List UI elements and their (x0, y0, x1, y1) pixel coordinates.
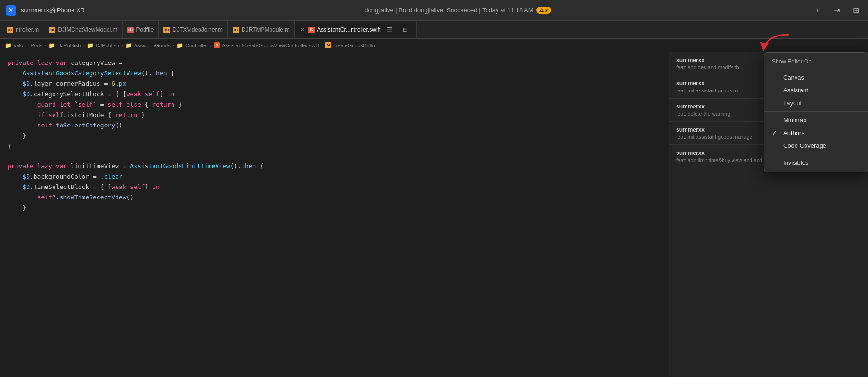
warning-badge[interactable]: ⚠ 2 (536, 7, 551, 14)
title-bar-right: + ⇥ ⊞ (805, 4, 862, 17)
split-view-button[interactable]: ⊞ (849, 4, 862, 17)
folder-icon: 📁 (176, 42, 183, 49)
dropdown-divider (764, 154, 868, 154)
breadcrumb-label: createGoodsButto (333, 43, 375, 48)
breadcrumb: 📁 velo...t Pods › 📁 DJPublish › 📁 DJPubl… (0, 39, 868, 52)
dropdown-label: Assistant (783, 87, 808, 94)
title-bar-center: dongjialive | Build dongjialive: Succeed… (110, 7, 805, 14)
breadcrumb-separator: › (45, 42, 46, 49)
tab-label: Podfile (136, 27, 154, 33)
dropdown-label: Code Coverage (783, 142, 826, 149)
dropdown-item-invisibles[interactable]: Invisibles (764, 156, 868, 169)
dropdown-item-assistant[interactable]: Assistant (764, 84, 868, 97)
code-line: AssistantGoodsCategorySelectView().then … (8, 68, 661, 79)
breadcrumb-item[interactable]: 📁 DJPublish (48, 42, 81, 49)
tab-djimchat[interactable]: m DJIMChatViewModel.m (44, 21, 122, 38)
breadcrumb-label: DJPublish (96, 43, 119, 48)
dropdown-divider (764, 69, 868, 69)
m-icon: M (325, 42, 331, 48)
breadcrumb-label: DJPublish (57, 43, 81, 48)
code-line: } (8, 141, 661, 152)
layout-button[interactable]: ⇥ (830, 4, 843, 17)
code-line: self?.showTimeSecectView() (8, 192, 661, 203)
dropdown-item-canvas[interactable]: Canvas (764, 71, 868, 84)
code-content: private lazy var categoryView = Assistan… (0, 52, 669, 219)
tab-icon-m: m (7, 27, 13, 33)
breadcrumb-item[interactable]: 📁 DJPublish (87, 42, 119, 49)
tab-label: AssistantCr...ntroller.swift (317, 27, 380, 33)
warning-icon: ⚠ (539, 7, 544, 13)
tab-djtxvideo[interactable]: m DJTXVideoJoiner.m (159, 21, 228, 38)
tab-icon-rb: rb (127, 27, 134, 33)
breadcrumb-separator: › (210, 42, 212, 49)
code-line: private lazy var limitTimeView = Assista… (8, 161, 661, 171)
swift-icon: S (214, 42, 220, 48)
folder-icon: 📁 (87, 42, 94, 49)
tab-podfile[interactable]: rb Podfile (123, 21, 159, 38)
title-bar-left: X summerxx的iPhone XR (6, 5, 110, 16)
folder-icon: 📁 (5, 42, 12, 49)
tab-label: DJTXVideoJoiner.m (172, 27, 223, 33)
breadcrumb-separator: › (172, 42, 174, 49)
show-editor-dropdown[interactable]: Show Editor On Canvas Assistant Layout M… (764, 52, 868, 172)
title-bar: X summerxx的iPhone XR dongjialive | Build… (0, 0, 868, 21)
breadcrumb-separator: › (121, 42, 123, 49)
tab-controller-m[interactable]: m ntroller.m (2, 21, 44, 38)
dropdown-item-authors[interactable]: ✓ Authors (764, 126, 868, 139)
code-line: $0.categorySelectBlock = { [weak self] i… (8, 89, 661, 99)
folder-icon: 📁 (125, 42, 132, 49)
build-info: dongjialive | Build dongjialive: Succeed… (364, 7, 533, 14)
code-line: $0.backgroundColor = .clear (8, 171, 661, 182)
breadcrumb-label: velo...t Pods (14, 43, 43, 48)
dropdown-label: Canvas (783, 74, 804, 81)
code-line: private lazy var categoryView = (8, 58, 661, 68)
code-line: $0.timeSelectBlock = { [weak self] in (8, 182, 661, 192)
device-name: summerxx的iPhone XR (21, 6, 85, 15)
main-area: private lazy var categoryView = Assistan… (0, 52, 868, 377)
dropdown-header: Show Editor On (764, 55, 868, 67)
xcode-icon: X (6, 5, 16, 16)
dropdown-item-minimap[interactable]: Minimap (764, 114, 868, 126)
code-line: guard let `self` = self else { return } (8, 99, 661, 110)
dropdown-label: Invisibles (783, 159, 808, 166)
tab-close-icon[interactable]: ✕ (299, 26, 306, 34)
code-line: if self.isEditMode { return } (8, 110, 661, 120)
breadcrumb-item[interactable]: 📁 Assist...hGoods (125, 42, 171, 49)
code-line: } (8, 203, 661, 213)
breadcrumb-item[interactable]: M createGoodsButto (325, 42, 375, 48)
breadcrumb-item[interactable]: 📁 Controller (176, 42, 208, 49)
code-line: self.toSelectCategory() (8, 120, 661, 131)
tab-label: ntroller.m (16, 27, 39, 33)
add-button[interactable]: + (811, 4, 824, 17)
tab-bar: m ntroller.m m DJIMChatViewModel.m rb Po… (0, 21, 868, 39)
tab-menu-button[interactable]: ☰ (383, 23, 396, 36)
tab-icon-m: m (49, 27, 55, 33)
dropdown-item-layout[interactable]: Layout (764, 97, 868, 109)
breadcrumb-separator: › (82, 42, 84, 49)
dropdown-label: Authors (783, 129, 805, 136)
tab-label: DJRTMPModule.m (242, 27, 289, 33)
blame-author: summerxx (676, 150, 705, 156)
dropdown-divider (764, 111, 868, 112)
breadcrumb-label: Controller (185, 43, 208, 48)
tab-icon-m: m (163, 27, 170, 33)
tab-label: DJIMChatViewModel.m (58, 27, 117, 33)
folder-icon: 📁 (48, 42, 55, 49)
code-editor[interactable]: private lazy var categoryView = Assistan… (0, 52, 669, 377)
code-line: $0.layer.cornerRadius = 6.px (8, 79, 661, 89)
tab-icon-m: m (233, 27, 239, 33)
dropdown-label: Layout (783, 99, 802, 107)
dropdown-item-code-coverage[interactable]: Code Coverage (764, 139, 868, 152)
breadcrumb-item[interactable]: 📁 velo...t Pods (5, 42, 43, 49)
breadcrumb-label: AssistantCreateGoodsViewController.swift (222, 43, 319, 48)
tab-icon-swift: S (308, 27, 315, 33)
tab-assistantcr[interactable]: ✕ S AssistantCr...ntroller.swift ☰ ⊟ (295, 21, 417, 38)
checkmark-icon: ✓ (772, 129, 779, 136)
dropdown-label: Minimap (783, 117, 806, 124)
warning-count: 2 (545, 8, 548, 13)
breadcrumb-item[interactable]: S AssistantCreateGoodsViewController.swi… (214, 42, 319, 48)
tab-djrtmpmodule[interactable]: m DJRTMPModule.m (228, 21, 295, 38)
code-line: } (8, 131, 661, 141)
breadcrumb-separator: › (321, 42, 323, 49)
tab-split-button[interactable]: ⊟ (398, 23, 412, 36)
